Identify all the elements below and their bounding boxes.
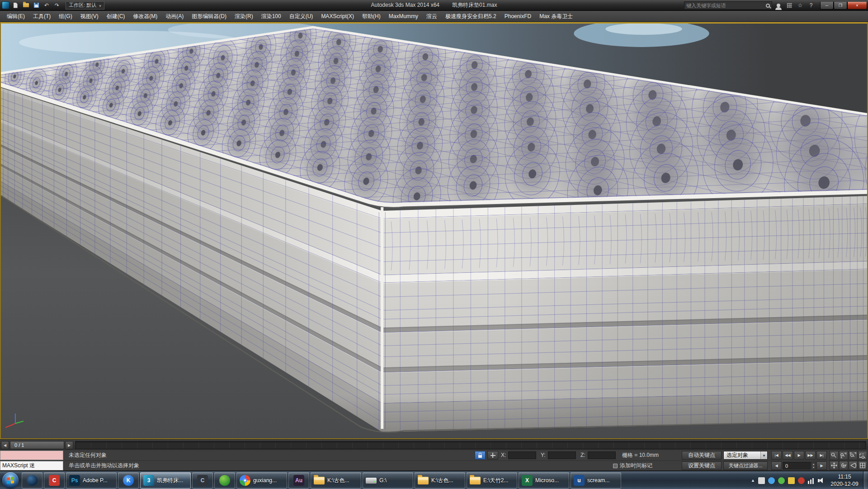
menu-modifiers[interactable]: 修改器(M): [129, 11, 161, 22]
menu-views[interactable]: 视图(V): [76, 11, 103, 22]
auto-key-button[interactable]: 自动关键点: [682, 451, 722, 460]
menu-maxscript[interactable]: MAXScript(X): [317, 11, 358, 22]
restore-button[interactable]: ❐: [834, 2, 847, 9]
next-key-button[interactable]: ▶: [816, 461, 827, 470]
search-icon[interactable]: [766, 4, 770, 8]
menu-phoenixfd[interactable]: PhoenixFD: [500, 11, 535, 22]
taskbar-button-folder-guse-2[interactable]: K:\古色...: [415, 472, 465, 489]
key-filters-button[interactable]: 关键点过滤器...: [723, 461, 768, 470]
menu-rendering[interactable]: 渲染(R): [231, 11, 257, 22]
taskbar-button-excel[interactable]: XMicroso...: [519, 472, 569, 489]
menu-graph-editors[interactable]: 图形编辑器(D): [188, 11, 231, 22]
minimize-button[interactable]: ─: [820, 2, 834, 9]
play-button[interactable]: ▶: [794, 451, 804, 460]
redo-button[interactable]: ↷: [52, 1, 61, 9]
zoom-extents-button[interactable]: [849, 451, 858, 460]
open-file-button[interactable]: [21, 1, 30, 9]
taskbar-button-drive-g[interactable]: G:\: [363, 472, 413, 489]
pan-button[interactable]: [830, 461, 839, 470]
tray-app-4-icon[interactable]: [788, 477, 795, 484]
maximize-viewport-button[interactable]: [858, 461, 867, 470]
grid-icon: [787, 3, 792, 8]
workspace-selector[interactable]: 工作区: 默认: [66, 1, 104, 9]
macro-recorder-pane[interactable]: [0, 451, 63, 460]
network-icon[interactable]: [808, 477, 815, 484]
volume-icon[interactable]: [818, 477, 825, 484]
menu-group[interactable]: 组(G): [55, 11, 76, 22]
taskbar-button-folder-tianzhu[interactable]: E:\天竹2...: [467, 472, 517, 489]
next-frame-arrow[interactable]: ▶: [65, 441, 73, 449]
orbit-button[interactable]: [839, 461, 848, 470]
maxscript-listener-pane[interactable]: MAXScript 迷: [0, 461, 63, 470]
current-frame-field[interactable]: [783, 462, 811, 470]
taskbar-button-browser[interactable]: [22, 472, 42, 489]
z-coordinate-field[interactable]: [588, 451, 616, 459]
taskbar-button-browser-green[interactable]: [214, 472, 235, 489]
tray-expand-icon[interactable]: ▲: [751, 478, 755, 483]
menu-edit[interactable]: 编辑(E): [3, 11, 29, 22]
fov-button[interactable]: [849, 461, 858, 470]
menu-maxmummy[interactable]: MaxMummy: [385, 11, 422, 22]
go-to-start-button[interactable]: |◀: [771, 451, 782, 460]
go-to-end-button[interactable]: ▶|: [816, 451, 827, 460]
show-desktop-button[interactable]: [863, 471, 868, 489]
taskbar-button-app-c-dark[interactable]: C: [192, 472, 213, 489]
title-bar: ↶ ↷ 工作区: 默认 Autodesk 3ds Max 2014 x64凯弗特…: [0, 0, 868, 11]
favorites-star-icon[interactable]: ☆: [796, 1, 805, 9]
taskbar-button-app-c-red[interactable]: C: [44, 472, 65, 489]
close-button[interactable]: ×: [847, 2, 867, 9]
taskbar-button-scream[interactable]: uscream...: [571, 472, 621, 489]
tray-app-5-icon[interactable]: [798, 477, 805, 484]
help-icon[interactable]: ?: [807, 1, 816, 9]
tray-app-1-icon[interactable]: [758, 477, 765, 484]
menu-customize[interactable]: 自定义(U): [285, 11, 317, 22]
menu-max-antivirus[interactable]: Max 杀毒卫士: [535, 11, 577, 22]
time-slider-handle[interactable]: 0 / 1: [10, 441, 64, 449]
time-slider-track[interactable]: [75, 441, 866, 449]
y-coordinate-field[interactable]: [548, 451, 576, 459]
open-folder-icon: [23, 3, 29, 7]
apps-icon[interactable]: [785, 1, 794, 9]
zoom-button[interactable]: [830, 451, 839, 460]
taskbar-button-photoshop[interactable]: PsAdobe P...: [66, 472, 117, 489]
frame-spinner[interactable]: [811, 462, 816, 470]
tray-app-3-icon[interactable]: [778, 477, 785, 484]
menu-render100[interactable]: 渲染100: [257, 11, 285, 22]
taskbar-button-kujiale[interactable]: K: [118, 472, 139, 489]
viewport-canvas[interactable]: [1, 24, 867, 438]
menu-tools[interactable]: 工具(T): [29, 11, 55, 22]
save-file-button[interactable]: [32, 1, 41, 9]
taskbar-button-audition[interactable]: Au: [288, 472, 309, 489]
set-key-button[interactable]: 设置关键点: [682, 461, 722, 470]
menu-slim-archive[interactable]: 极速瘦身安全归档5.2: [441, 11, 500, 22]
selection-lock-toggle[interactable]: [475, 451, 486, 460]
add-time-tag-button[interactable]: 添加时间标记: [613, 461, 652, 471]
previous-key-button[interactable]: ◀: [771, 461, 782, 470]
x-coordinate-field[interactable]: [508, 451, 536, 459]
new-scene-button[interactable]: [11, 1, 20, 9]
tray-app-2-icon[interactable]: [768, 477, 775, 484]
menu-create[interactable]: 创建(C): [103, 11, 129, 22]
taskbar-button-3dsmax[interactable]: 3凯弗特床...: [140, 472, 191, 489]
taskbar-clock[interactable]: 11:15 2020-12-09: [827, 473, 862, 488]
workspace-label: 工作区: 默认: [69, 2, 96, 9]
selection-set-dropdown[interactable]: 选定对象: [723, 451, 768, 460]
previous-frame-button[interactable]: ◀◀: [783, 451, 793, 460]
menu-render-cloud[interactable]: 渲云: [422, 11, 441, 22]
undo-button[interactable]: ↶: [42, 1, 51, 9]
absolute-mode-toggle[interactable]: [487, 451, 498, 460]
sign-in-icon[interactable]: [774, 1, 783, 9]
menu-animation[interactable]: 动画(A): [161, 11, 188, 22]
forward-frame-button[interactable]: ▶▶: [805, 451, 816, 460]
menu-help[interactable]: 帮助(H): [358, 11, 385, 22]
taskbar-button-chrome-guxiang[interactable]: guxiang...: [236, 472, 287, 489]
viewport[interactable]: [0, 22, 868, 439]
zoom-region-button[interactable]: [858, 451, 867, 460]
previous-frame-arrow[interactable]: ◀: [1, 441, 9, 449]
app-logo-icon[interactable]: [2, 1, 9, 9]
grid-size-label: 栅格 = 10.0mm: [622, 450, 659, 461]
start-button[interactable]: [2, 472, 19, 489]
zoom-all-button[interactable]: [839, 451, 848, 460]
taskbar-button-folder-guse-1[interactable]: K:\古色...: [311, 472, 361, 489]
search-input[interactable]: [686, 3, 766, 8]
